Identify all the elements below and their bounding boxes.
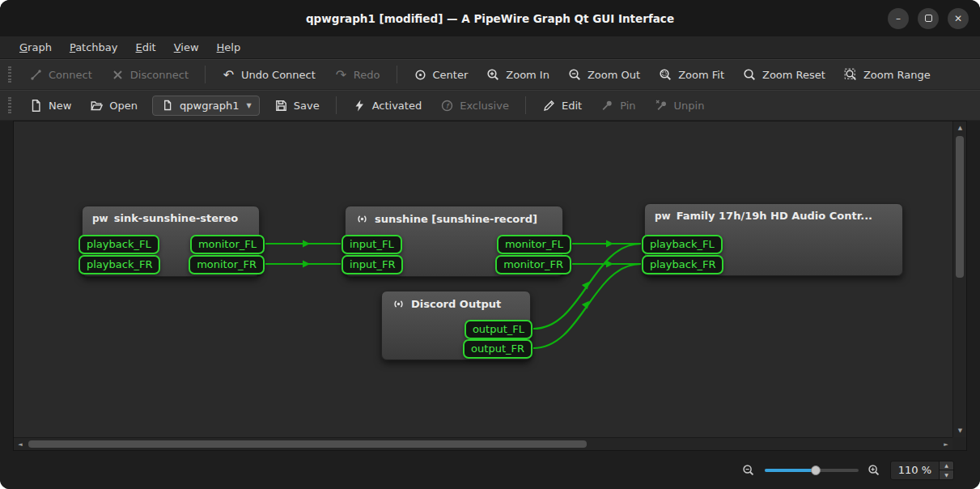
spin-down-button[interactable]: ▼ — [940, 470, 953, 479]
port-monitor-fl-out[interactable]: monitor_FL — [497, 235, 571, 254]
node-family-hd-audio[interactable]: pw Family 17h/19h HD Audio Contr... play… — [644, 203, 903, 276]
session-combobox-value: qpwgraph1 — [180, 100, 239, 112]
minimize-button[interactable]: – — [888, 8, 909, 29]
undo-connect-button[interactable]: ↶ Undo Connect — [214, 63, 324, 87]
toolbar-file: New Open qpwgraph1 ▼ — [0, 90, 980, 121]
port-monitor-fr-out[interactable]: monitor_FR — [495, 255, 571, 274]
zoom-in-label: Zoom In — [506, 69, 549, 81]
edge-layer — [14, 121, 952, 437]
zoom-value[interactable]: 110 % — [891, 461, 939, 479]
scroll-right-button[interactable]: ► — [940, 438, 952, 451]
arrow-down-icon: ▼ — [958, 427, 962, 434]
toolbar-separator — [205, 66, 206, 83]
horizontal-scrollbar-thumb[interactable] — [28, 440, 587, 448]
edge-arrow — [606, 261, 613, 268]
scroll-down-button[interactable]: ▼ — [953, 424, 967, 437]
save-button[interactable]: Save — [266, 94, 328, 117]
zoom-range-icon — [844, 68, 858, 82]
port-playback-fl-in[interactable]: playback_FL — [78, 235, 159, 254]
edge-arrow — [582, 299, 592, 309]
titlebar[interactable]: qpwgraph1 [modified] — A PipeWire Graph … — [0, 0, 980, 36]
vertical-scrollbar[interactable]: ▲ ▼ — [952, 121, 966, 437]
port-monitor-fr-out[interactable]: monitor_FR — [189, 255, 265, 274]
toolbar-separator — [397, 66, 397, 83]
zoom-out-label: Zoom Out — [588, 69, 640, 81]
menu-graph[interactable]: Graph — [11, 39, 60, 56]
zoom-in-button[interactable]: Zoom In — [478, 63, 558, 87]
center-label: Center — [433, 69, 469, 81]
port-playback-fl-in[interactable]: playback_FL — [642, 235, 723, 254]
zoom-spinbox[interactable]: 110 % ▲ ▼ — [890, 461, 954, 480]
zoom-in-icon[interactable] — [868, 463, 881, 477]
port-playback-fr-in[interactable]: playback_FR — [78, 255, 160, 274]
edge-arrow — [303, 240, 310, 248]
toolbar-drag-handle[interactable] — [8, 97, 11, 113]
new-button[interactable]: New — [21, 94, 79, 117]
activated-button[interactable]: Activated — [345, 94, 431, 117]
port-input-fl[interactable]: input_FL — [342, 235, 402, 254]
pin-icon — [600, 99, 614, 113]
close-button[interactable]: ✕ — [948, 8, 969, 29]
open-label: Open — [109, 100, 138, 112]
new-label: New — [49, 100, 71, 112]
node-sunshine-record[interactable]: sunshine [sunshine-record] input_FL inpu… — [345, 206, 563, 277]
pin-button[interactable]: Pin — [592, 94, 643, 117]
zoom-slider-handle[interactable] — [811, 466, 821, 475]
port-monitor-fl-out[interactable]: monitor_FL — [190, 235, 265, 254]
port-input-fr[interactable]: input_FR — [342, 255, 403, 274]
scroll-up-button[interactable]: ▲ — [953, 121, 967, 134]
center-button[interactable]: Center — [405, 63, 477, 87]
toolbar-edit: Connect Disconnect ↶ Undo Connect ↷ Redo — [0, 59, 980, 90]
save-icon — [274, 99, 288, 113]
exclusive-icon: f — [440, 99, 454, 113]
disconnect-button[interactable]: Disconnect — [103, 63, 197, 87]
horizontal-scrollbar[interactable]: ◄ ► — [14, 437, 952, 450]
node-title-label: Family 17h/19h HD Audio Contr... — [677, 210, 872, 222]
graph-canvas[interactable]: pw sink-sunshine-stereo playback_FL play… — [14, 121, 952, 437]
scroll-left-button[interactable]: ◄ — [14, 438, 27, 451]
zoom-spin-arrows: ▲ ▼ — [939, 461, 953, 479]
zoom-slider[interactable] — [765, 464, 859, 477]
zoom-reset-label: Zoom Reset — [762, 69, 825, 81]
exclusive-button[interactable]: f Exclusive — [432, 94, 517, 117]
zoom-fit-icon — [659, 68, 672, 82]
toolbar-drag-handle[interactable] — [8, 66, 11, 83]
zoom-in-icon — [486, 68, 500, 82]
open-button[interactable]: Open — [82, 94, 146, 117]
menu-edit[interactable]: Edit — [128, 39, 164, 56]
port-output-fl[interactable]: output_FL — [465, 320, 532, 339]
node-sink-sunshine-stereo[interactable]: pw sink-sunshine-stereo playback_FL play… — [82, 206, 260, 277]
session-combobox[interactable]: qpwgraph1 ▼ — [152, 96, 260, 116]
edge-arrow — [606, 240, 613, 248]
zoom-fit-button[interactable]: Zoom Fit — [651, 63, 732, 87]
zoom-reset-button[interactable]: Zoom Reset — [735, 63, 834, 87]
spin-up-button[interactable]: ▲ — [940, 461, 953, 470]
pipewire-icon: pw — [92, 213, 108, 224]
port-output-fr[interactable]: output_FR — [463, 339, 532, 359]
maximize-button[interactable] — [918, 8, 939, 29]
edit-label: Edit — [562, 100, 582, 112]
close-icon: ✕ — [954, 13, 962, 24]
disconnect-icon — [111, 68, 125, 82]
zoom-out-button[interactable]: Zoom Out — [560, 63, 648, 87]
menu-view[interactable]: View — [166, 39, 207, 56]
activated-label: Activated — [372, 100, 422, 112]
zoom-range-button[interactable]: Zoom Range — [836, 63, 939, 87]
edit-button[interactable]: Edit — [534, 94, 590, 117]
menu-patchbay[interactable]: Patchbay — [62, 39, 126, 56]
port-playback-fr-in[interactable]: playback_FR — [642, 255, 723, 274]
redo-label: Redo — [354, 69, 380, 81]
undo-icon: ↶ — [222, 68, 235, 82]
node-discord-output[interactable]: Discord Output output_FL output_FR — [381, 291, 531, 360]
unpin-button[interactable]: Unpin — [647, 94, 713, 117]
menu-help[interactable]: Help — [209, 39, 249, 56]
spin-down-icon: ▼ — [944, 472, 948, 478]
zoom-out-icon[interactable] — [742, 463, 756, 477]
pipewire-icon: pw — [655, 210, 671, 222]
vertical-scrollbar-thumb[interactable] — [956, 136, 964, 278]
new-file-icon — [29, 99, 43, 113]
redo-button[interactable]: ↷ Redo — [326, 63, 388, 87]
connect-button[interactable]: Connect — [21, 63, 100, 87]
zoom-out-icon — [568, 68, 582, 82]
connect-label: Connect — [49, 69, 92, 81]
